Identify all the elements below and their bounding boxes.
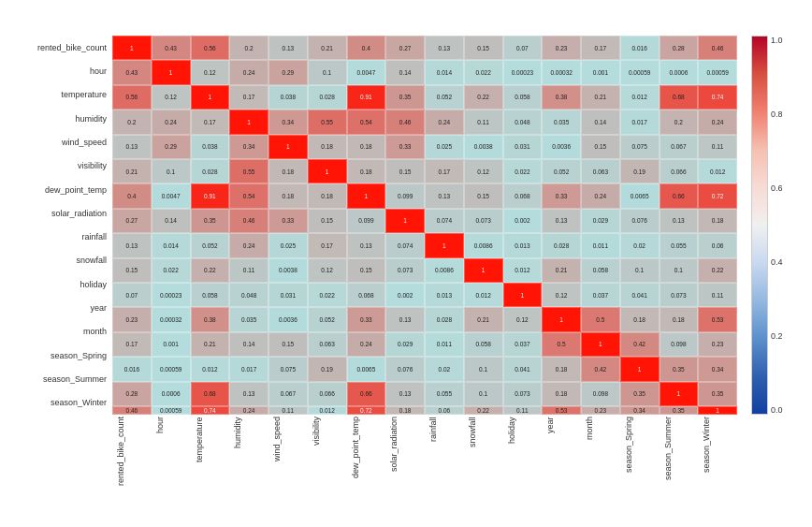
col-label-0: rented_bike_count — [112, 417, 152, 527]
cell-14-6: 0.66 — [347, 382, 386, 406]
cell-13-0: 0.016 — [112, 357, 152, 381]
cell-5-13: 0.19 — [620, 159, 660, 183]
cell-14-7: 0.13 — [385, 382, 425, 406]
row-label-13: season_Spring — [0, 344, 110, 367]
cell-9-9: 1 — [464, 258, 503, 283]
row-label-1: hour — [0, 59, 110, 82]
cell-5-5: 1 — [308, 159, 347, 183]
cell-7-0: 0.27 — [112, 209, 152, 233]
cell-11-8: 0.028 — [425, 307, 464, 331]
cell-0-15: 0.46 — [698, 36, 737, 60]
cell-14-15: 0.35 — [698, 382, 737, 406]
cell-8-6: 0.13 — [347, 233, 386, 257]
cell-14-5: 0.066 — [308, 382, 347, 406]
col-label-4: wind_speed — [268, 417, 308, 527]
cell-1-6: 0.0047 — [347, 60, 386, 84]
cell-13-7: 0.076 — [385, 357, 425, 381]
cell-4-8: 0.025 — [425, 135, 464, 159]
cell-7-1: 0.14 — [152, 209, 191, 233]
cell-13-11: 0.18 — [542, 357, 581, 381]
cell-3-9: 0.11 — [464, 110, 503, 134]
cell-3-1: 0.24 — [152, 110, 191, 134]
cell-2-13: 0.012 — [620, 85, 660, 110]
col-label-5: visibility — [308, 417, 347, 527]
cell-15-12: 0.23 — [581, 406, 620, 415]
cell-4-11: 0.0036 — [542, 135, 581, 159]
cell-4-4: 1 — [268, 135, 308, 159]
cell-15-10: 0.11 — [503, 406, 543, 415]
cell-8-15: 0.06 — [698, 233, 737, 257]
cell-11-13: 0.18 — [620, 307, 660, 331]
cell-6-10: 0.068 — [503, 183, 543, 208]
cell-0-7: 0.27 — [385, 36, 425, 60]
cell-12-5: 0.063 — [308, 332, 347, 357]
cell-2-7: 0.35 — [385, 85, 425, 110]
cell-4-6: 0.18 — [347, 135, 386, 159]
cell-10-14: 0.073 — [660, 283, 699, 307]
cell-7-8: 0.074 — [425, 209, 464, 233]
cell-9-3: 0.11 — [229, 258, 268, 283]
cell-4-13: 0.075 — [620, 135, 660, 159]
cell-13-10: 0.041 — [503, 357, 543, 381]
cell-1-10: 0.00023 — [503, 60, 543, 84]
cell-0-0: 1 — [112, 36, 152, 60]
col-label-15: season_Winter — [698, 417, 737, 527]
cell-5-11: 0.052 — [542, 159, 581, 183]
cell-8-13: 0.02 — [620, 233, 660, 257]
cell-6-8: 0.13 — [425, 183, 464, 208]
cell-4-12: 0.15 — [581, 135, 620, 159]
cell-0-12: 0.17 — [581, 36, 620, 60]
cell-2-1: 0.12 — [152, 85, 191, 110]
cell-4-3: 0.34 — [229, 135, 268, 159]
cell-7-6: 0.099 — [347, 209, 386, 233]
cell-6-11: 0.33 — [542, 183, 581, 208]
cell-6-0: 0.4 — [112, 183, 152, 208]
cell-15-6: 0.72 — [347, 406, 386, 415]
cell-4-5: 0.18 — [308, 135, 347, 159]
cell-10-13: 0.041 — [620, 283, 660, 307]
cell-9-5: 0.12 — [308, 258, 347, 283]
cell-11-15: 0.53 — [698, 307, 737, 331]
cell-12-9: 0.058 — [464, 332, 503, 357]
cell-12-11: 0.5 — [542, 332, 581, 357]
row-label-7: solar_radiation — [0, 201, 110, 225]
cell-10-12: 0.037 — [581, 283, 620, 307]
colorbar-label-4: 0.2 — [771, 331, 783, 341]
colorbar-label-1: 0.8 — [771, 110, 783, 119]
col-label-8: rainfall — [425, 417, 464, 527]
cell-2-6: 0.91 — [347, 85, 386, 110]
col-label-6: dew_point_temp — [347, 417, 386, 527]
cell-3-2: 0.17 — [191, 110, 230, 134]
cell-14-12: 0.098 — [581, 382, 620, 406]
cell-3-14: 0.2 — [660, 110, 699, 134]
cell-12-3: 0.14 — [229, 332, 268, 357]
cell-9-13: 0.1 — [620, 258, 660, 283]
row-label-0: rented_bike_count — [0, 36, 110, 59]
heatmap-grid: 10.430.560.20.130.210.40.270.130.150.070… — [112, 36, 737, 415]
cell-11-1: 0.00032 — [152, 307, 191, 331]
cell-1-0: 0.43 — [112, 60, 152, 84]
cell-9-14: 0.1 — [660, 258, 699, 283]
cell-5-4: 0.18 — [268, 159, 308, 183]
cell-6-9: 0.15 — [464, 183, 503, 208]
cell-0-6: 0.4 — [347, 36, 386, 60]
cell-7-2: 0.35 — [191, 209, 230, 233]
cell-5-1: 0.1 — [152, 159, 191, 183]
cell-3-7: 0.46 — [385, 110, 425, 134]
cell-5-3: 0.55 — [229, 159, 268, 183]
cell-1-4: 0.29 — [268, 60, 308, 84]
cell-15-13: 0.34 — [620, 406, 660, 415]
cell-12-0: 0.17 — [112, 332, 152, 357]
cell-13-15: 0.34 — [698, 357, 737, 381]
cell-9-12: 0.058 — [581, 258, 620, 283]
cell-10-5: 0.022 — [308, 283, 347, 307]
cell-10-11: 0.12 — [542, 283, 581, 307]
cell-2-12: 0.21 — [581, 85, 620, 110]
cell-15-5: 0.012 — [308, 406, 347, 415]
cell-8-8: 1 — [425, 233, 464, 257]
cell-13-2: 0.012 — [191, 357, 230, 381]
cell-5-8: 0.17 — [425, 159, 464, 183]
cell-4-15: 0.11 — [698, 135, 737, 159]
cell-10-1: 0.00023 — [152, 283, 191, 307]
cell-8-9: 0.0086 — [464, 233, 503, 257]
